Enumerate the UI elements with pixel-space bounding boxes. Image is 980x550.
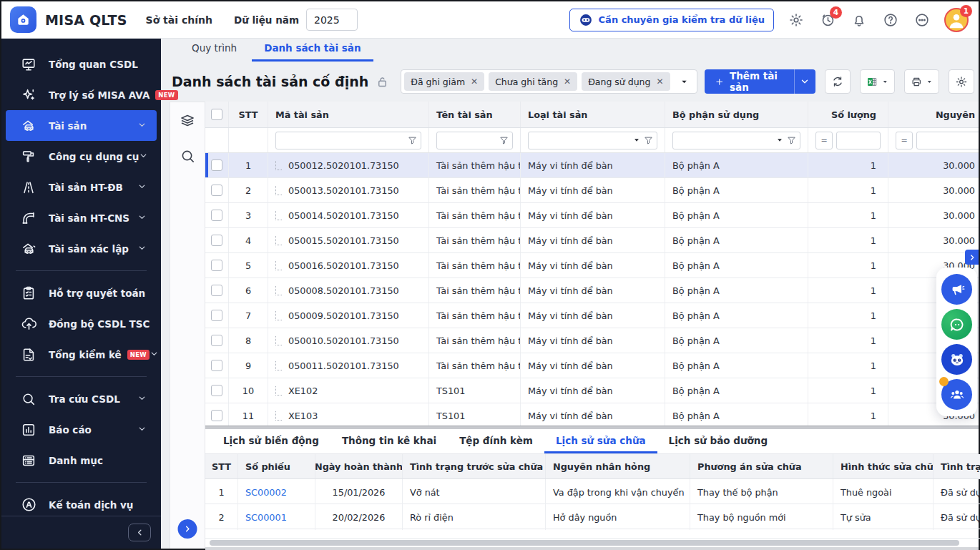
col-ticket-no[interactable]: Số phiếu <box>238 454 315 478</box>
col-quantity[interactable]: Số lượng <box>808 102 888 127</box>
row-checkbox[interactable] <box>205 253 229 278</box>
ticket-link[interactable]: SC00002 <box>245 487 287 498</box>
table-row[interactable]: 11 XE103 TS101 Máy vi tính để bàn Bộ phậ… <box>205 403 979 426</box>
filter-chip-2[interactable]: Đang sử dụng✕ <box>582 72 670 91</box>
sidebar-item-9[interactable]: Đồng bộ CSDL TSC <box>6 308 157 339</box>
col-asset-type[interactable]: Loại tài sản <box>521 102 665 127</box>
add-asset-button[interactable]: Thêm tài sản <box>705 69 815 94</box>
row-checkbox[interactable] <box>205 278 229 303</box>
detail-tab-3[interactable]: Lịch sử sửa chữa <box>544 429 657 453</box>
col-repair-plan[interactable]: Phương án sửa chữa <box>690 454 833 478</box>
horizontal-scrollbar[interactable] <box>205 539 979 547</box>
col-stt[interactable]: STT <box>205 454 238 478</box>
col-original-cost[interactable]: Nguyên <box>888 102 979 127</box>
funnel-icon[interactable] <box>786 135 797 146</box>
sidebar-item-2[interactable]: Tài sản <box>6 110 157 141</box>
add-asset-dropdown[interactable] <box>794 69 815 94</box>
sidebar-item-14[interactable]: Danh mục <box>6 445 157 476</box>
row-checkbox[interactable] <box>205 153 229 177</box>
row-checkbox[interactable] <box>205 403 229 426</box>
table-row[interactable]: 3 050014.5020101.73150 Tài sản thêm hậu … <box>205 203 979 228</box>
col-condition-before[interactable]: Tình trạng trước sửa chữa <box>403 454 546 478</box>
expert-check-button[interactable]: Cần chuyên gia kiểm tra dữ liệu <box>569 9 774 31</box>
sidebar-item-12[interactable]: Tra cứu CSDL <box>6 383 157 414</box>
search-icon[interactable] <box>180 148 196 167</box>
row-checkbox[interactable] <box>205 328 229 353</box>
sidebar-item-5[interactable]: Tài sản HT-CNS <box>6 202 157 233</box>
row-checkbox[interactable] <box>205 378 229 403</box>
col-repair-method[interactable]: Hình thức sửa chữa <box>833 454 934 478</box>
ticket-link[interactable]: SC00001 <box>245 512 287 523</box>
filter-asset-type-select[interactable] <box>528 132 657 149</box>
sidebar-item-13[interactable]: Báo cáo <box>6 414 157 445</box>
notifications-icon[interactable] <box>850 11 868 29</box>
export-excel-button[interactable] <box>860 69 895 94</box>
drag-handle-icon[interactable] <box>275 386 282 396</box>
table-row[interactable]: 2 050013.5020101.73150 Tài sản thêm hậu … <box>205 178 979 203</box>
year-input[interactable] <box>306 9 358 31</box>
side-widget-expand-button[interactable] <box>965 250 979 265</box>
equals-operator[interactable]: = <box>896 132 913 149</box>
row-checkbox[interactable] <box>205 203 229 227</box>
rail-expand-button[interactable] <box>178 519 197 539</box>
sidebar-item-10[interactable]: Tổng kiểm kêNEW <box>6 339 157 370</box>
sidebar-item-1[interactable]: Trợ lý số MISA AVANEW <box>6 79 157 110</box>
equals-operator[interactable]: = <box>815 132 833 149</box>
chip-close-icon[interactable]: ✕ <box>564 77 571 87</box>
drag-handle-icon[interactable] <box>275 261 282 270</box>
table-row[interactable]: 7 050009.5020101.73150 Tài sản thêm hậu … <box>205 303 979 328</box>
org-name[interactable]: Sở tài chính <box>146 14 212 26</box>
row-checkbox[interactable] <box>205 303 229 328</box>
table-row[interactable]: 4 050015.5020101.73150 Tài sản thêm hậu … <box>205 228 979 253</box>
chip-close-icon[interactable]: ✕ <box>656 77 663 87</box>
drag-handle-icon[interactable] <box>275 186 282 195</box>
more-icon[interactable] <box>913 11 931 29</box>
funnel-icon[interactable] <box>407 135 418 146</box>
chip-close-icon[interactable]: ✕ <box>471 77 478 87</box>
chips-dropdown-caret[interactable] <box>675 75 694 89</box>
tab-1[interactable]: Danh sách tài sản <box>252 38 373 62</box>
drag-handle-icon[interactable] <box>275 311 282 320</box>
filter-cost-input[interactable] <box>916 132 979 149</box>
col-department[interactable]: Bộ phận sử dụng <box>665 102 808 127</box>
avatar[interactable]: 1 <box>944 8 969 32</box>
announcements-button[interactable] <box>941 274 972 305</box>
select-all-checkbox[interactable] <box>205 102 229 127</box>
ai-assistant-button[interactable] <box>941 344 972 375</box>
sidebar-item-8[interactable]: Hỗ trợ quyết toán <box>6 278 157 308</box>
row-checkbox[interactable] <box>205 353 229 378</box>
drag-handle-icon[interactable] <box>275 236 282 245</box>
app-logo[interactable] <box>10 6 36 33</box>
layers-icon[interactable] <box>179 112 196 132</box>
col-asset-name[interactable]: Tên tài sản <box>429 102 521 127</box>
table-row[interactable]: 5 050016.5020101.73150 Tài sản thêm hậu … <box>205 253 979 278</box>
funnel-icon[interactable] <box>643 135 654 146</box>
history-icon[interactable]: 4 <box>818 11 837 29</box>
table-row[interactable]: 8 050010.5020101.73150 Tài sản thêm hậu … <box>205 328 979 353</box>
table-row[interactable]: 9 050011.5020101.73150 Tài sản thêm hậu … <box>205 353 979 378</box>
row-checkbox[interactable] <box>205 178 229 202</box>
sidebar-collapse-button[interactable] <box>128 524 151 541</box>
community-button[interactable] <box>941 379 972 410</box>
detail-tab-2[interactable]: Tệp đính kèm <box>448 429 544 453</box>
filter-department-select[interactable] <box>672 132 800 149</box>
tab-0[interactable]: Quy trình <box>180 38 249 62</box>
sidebar-item-3[interactable]: Công cụ dụng cụ <box>6 141 157 172</box>
drag-handle-icon[interactable] <box>275 211 282 220</box>
drag-handle-icon[interactable] <box>275 161 282 170</box>
detail-tab-0[interactable]: Lịch sử biến động <box>212 429 330 453</box>
drag-handle-icon[interactable] <box>275 336 282 345</box>
filter-asset-code-input[interactable] <box>275 132 421 149</box>
sidebar-item-4[interactable]: Tài sản HT-ĐB <box>6 172 157 202</box>
detail-tab-4[interactable]: Lịch sử bảo dưỡng <box>657 429 779 453</box>
table-row[interactable]: 6 050008.5020101.73150 Tài sản thêm hậu … <box>205 278 979 303</box>
filter-quantity-input[interactable] <box>836 132 881 149</box>
funnel-icon[interactable] <box>499 135 509 146</box>
sidebar-item-0[interactable]: Tổng quan CSDL <box>6 49 157 79</box>
filter-chip-1[interactable]: Chưa ghi tăng✕ <box>489 72 577 91</box>
table-row[interactable]: 2 SC00001 20/02/2026 Rò rỉ điện Hở dây n… <box>205 504 980 529</box>
col-stt[interactable]: STT <box>229 102 268 127</box>
filter-asset-name-input[interactable] <box>436 132 513 149</box>
help-icon[interactable] <box>881 11 900 29</box>
col-damage-cause[interactable]: Nguyên nhân hỏng <box>546 454 690 478</box>
